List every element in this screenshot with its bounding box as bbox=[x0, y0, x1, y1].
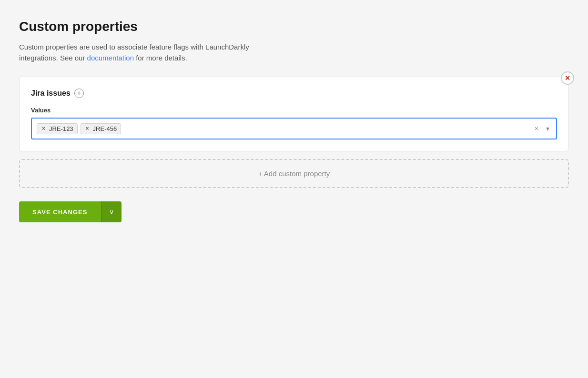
tag-text-input[interactable] bbox=[124, 125, 530, 132]
page-container: Custom properties Custom properties are … bbox=[19, 19, 569, 222]
dropdown-toggle-button[interactable]: ▾ bbox=[544, 124, 551, 133]
property-name-label: Jira issues bbox=[31, 89, 71, 98]
save-changes-container: SAVE CHANGES ∨ bbox=[19, 201, 122, 222]
remove-card-button[interactable]: ✕ bbox=[561, 71, 574, 85]
save-changes-dropdown-button[interactable]: ∨ bbox=[101, 201, 122, 222]
save-changes-dropdown-icon: ∨ bbox=[109, 208, 114, 216]
save-changes-button[interactable]: SAVE CHANGES bbox=[19, 201, 101, 222]
tag-jre-456: × JRE-456 bbox=[81, 123, 122, 134]
tag-remove-jre-123[interactable]: × bbox=[41, 126, 46, 131]
page-title: Custom properties bbox=[19, 19, 569, 34]
tag-jre-123: × JRE-123 bbox=[37, 123, 78, 134]
clear-all-button[interactable]: × bbox=[533, 124, 540, 133]
tag-label-jre-456: JRE-456 bbox=[93, 125, 117, 132]
property-card-header: Jira issues i bbox=[31, 89, 557, 98]
tag-input-actions: × ▾ bbox=[533, 124, 551, 133]
tag-remove-jre-456[interactable]: × bbox=[85, 126, 90, 131]
page-description: Custom properties are used to associate … bbox=[19, 42, 569, 63]
description-text-after: for more details. bbox=[134, 54, 187, 62]
tag-input-container[interactable]: × JRE-123 × JRE-456 × ▾ bbox=[31, 118, 557, 139]
info-icon[interactable]: i bbox=[74, 89, 84, 98]
documentation-link[interactable]: documentation bbox=[87, 54, 134, 62]
remove-card-icon: ✕ bbox=[565, 75, 570, 81]
tag-label-jre-123: JRE-123 bbox=[49, 125, 73, 132]
info-icon-symbol: i bbox=[78, 90, 80, 97]
add-custom-property-button[interactable]: + Add custom property bbox=[19, 159, 569, 188]
values-label: Values bbox=[31, 107, 557, 114]
values-section: Values × JRE-123 × JRE-456 × ▾ bbox=[31, 107, 557, 139]
property-card-jira: ✕ Jira issues i Values × JRE-123 × JRE-4… bbox=[19, 77, 569, 151]
